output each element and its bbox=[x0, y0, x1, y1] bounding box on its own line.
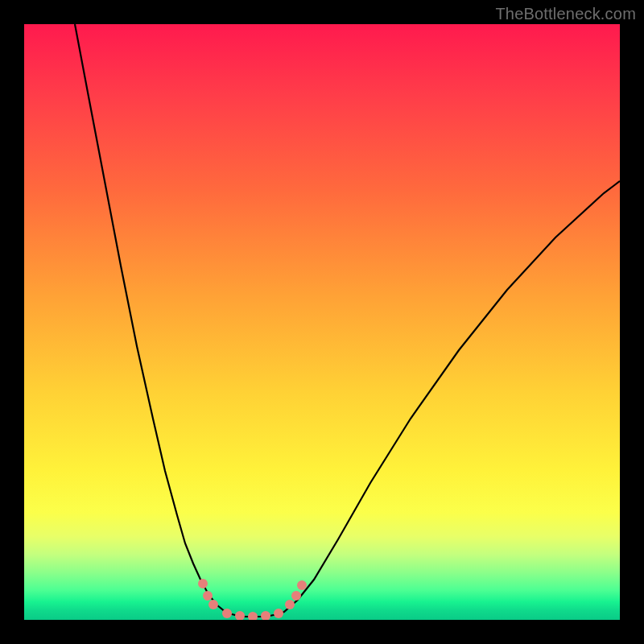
valley-marker bbox=[203, 591, 213, 601]
valley-marker bbox=[208, 600, 218, 609]
watermark-text: TheBottleneck.com bbox=[495, 5, 636, 23]
bottleneck-curve bbox=[75, 24, 620, 617]
valley-marker bbox=[274, 609, 283, 618]
valley-marker bbox=[222, 609, 232, 618]
chart-svg bbox=[24, 24, 620, 620]
valley-marker bbox=[235, 611, 245, 620]
valley-markers bbox=[198, 579, 307, 620]
valley-marker bbox=[291, 591, 301, 601]
valley-marker bbox=[297, 580, 307, 590]
valley-marker bbox=[198, 579, 208, 588]
valley-marker bbox=[261, 611, 270, 620]
chart-frame bbox=[24, 24, 620, 620]
valley-marker bbox=[285, 600, 295, 609]
valley-marker bbox=[248, 612, 258, 620]
